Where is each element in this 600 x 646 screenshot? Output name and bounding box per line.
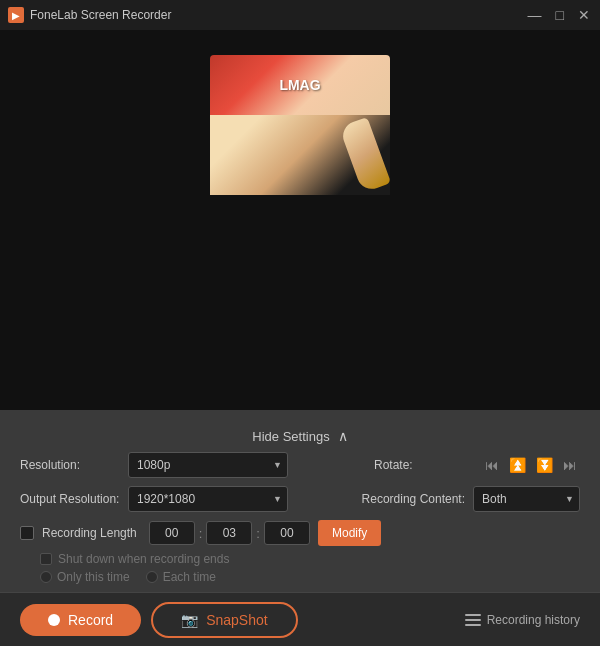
preview-hand (210, 115, 390, 195)
history-label: Recording history (487, 613, 580, 627)
radio-row: Only this time Each time (40, 570, 580, 584)
lines-icon (465, 614, 481, 626)
minimize-button[interactable]: — (526, 8, 544, 22)
app-icon: ▶ (8, 7, 24, 23)
time-sep-1: : (199, 526, 203, 541)
recording-content-select-wrapper: Both Screen only Webcam only (473, 486, 580, 512)
maximize-button[interactable]: □ (554, 8, 566, 22)
recording-content-label: Recording Content: (362, 492, 465, 506)
recording-length-label: Recording Length (42, 526, 137, 540)
app-title: FoneLab Screen Recorder (30, 8, 171, 22)
rotate-icons: ⏮ ⏫ ⏬ ⏭ (482, 456, 580, 474)
rotate-first-button[interactable]: ⏮ (482, 456, 502, 474)
resolution-row: Resolution: 1080p 720p 480p 360p Rotate:… (20, 452, 580, 478)
radio-each-label: Each time (163, 570, 216, 584)
camera-icon: 📷 (181, 612, 198, 628)
titlebar-left: ▶ FoneLab Screen Recorder (8, 7, 171, 23)
hide-settings-label: Hide Settings (252, 429, 329, 444)
radio-dot-only (40, 571, 52, 583)
radio-each-time[interactable]: Each time (146, 570, 216, 584)
recording-length-row: Recording Length : : Modify (20, 520, 580, 546)
output-resolution-select[interactable]: 1920*1080 1280*720 854*480 (128, 486, 288, 512)
chevron-up-icon: ∧ (338, 428, 348, 444)
time-seconds-input[interactable] (264, 521, 310, 545)
record-label: Record (68, 612, 113, 628)
output-resolution-row: Output Resolution: 1920*1080 1280*720 85… (20, 486, 580, 512)
preview-image (210, 55, 390, 385)
hide-settings-bar[interactable]: Hide Settings ∧ (20, 420, 580, 452)
close-button[interactable]: ✕ (576, 8, 592, 22)
recording-length-checkbox[interactable] (20, 526, 34, 540)
rotate-section: Rotate: ⏮ ⏫ ⏬ ⏭ (374, 456, 580, 474)
preview-area (0, 30, 600, 410)
shutdown-label: Shut down when recording ends (58, 552, 229, 566)
rotate-down-button[interactable]: ⏬ (533, 456, 556, 474)
record-button[interactable]: Record (20, 604, 141, 636)
shutdown-checkbox[interactable] (40, 553, 52, 565)
snapshot-button[interactable]: 📷 SnapShot (151, 602, 298, 638)
action-bar: Record 📷 SnapShot Recording history (0, 592, 600, 646)
rotate-last-button[interactable]: ⏭ (560, 456, 580, 474)
resolution-label: Resolution: (20, 458, 120, 472)
output-resolution-label: Output Resolution: (20, 492, 120, 506)
shutdown-row: Shut down when recording ends (40, 552, 580, 566)
title-bar: ▶ FoneLab Screen Recorder — □ ✕ (0, 0, 600, 30)
radio-dot-each (146, 571, 158, 583)
recording-content-select[interactable]: Both Screen only Webcam only (473, 486, 580, 512)
snapshot-label: SnapShot (206, 612, 268, 628)
time-sep-2: : (256, 526, 260, 541)
settings-panel: Hide Settings ∧ Resolution: 1080p 720p 4… (0, 410, 600, 596)
radio-only-this-time[interactable]: Only this time (40, 570, 130, 584)
resolution-select[interactable]: 1080p 720p 480p 360p (128, 452, 288, 478)
recording-content-section: Recording Content: Both Screen only Webc… (362, 486, 580, 512)
time-minutes-input[interactable] (206, 521, 252, 545)
output-resolution-select-wrapper: 1920*1080 1280*720 854*480 (128, 486, 288, 512)
time-hours-input[interactable] (149, 521, 195, 545)
rotate-label: Rotate: (374, 458, 474, 472)
rotate-up-button[interactable]: ⏫ (506, 456, 529, 474)
modify-button[interactable]: Modify (318, 520, 381, 546)
resolution-select-wrapper: 1080p 720p 480p 360p (128, 452, 288, 478)
recording-history-button[interactable]: Recording history (465, 613, 580, 627)
preview-top (210, 55, 390, 115)
time-fields: : : (149, 521, 310, 545)
radio-only-label: Only this time (57, 570, 130, 584)
window-controls: — □ ✕ (526, 8, 592, 22)
record-circle-icon (48, 614, 60, 626)
